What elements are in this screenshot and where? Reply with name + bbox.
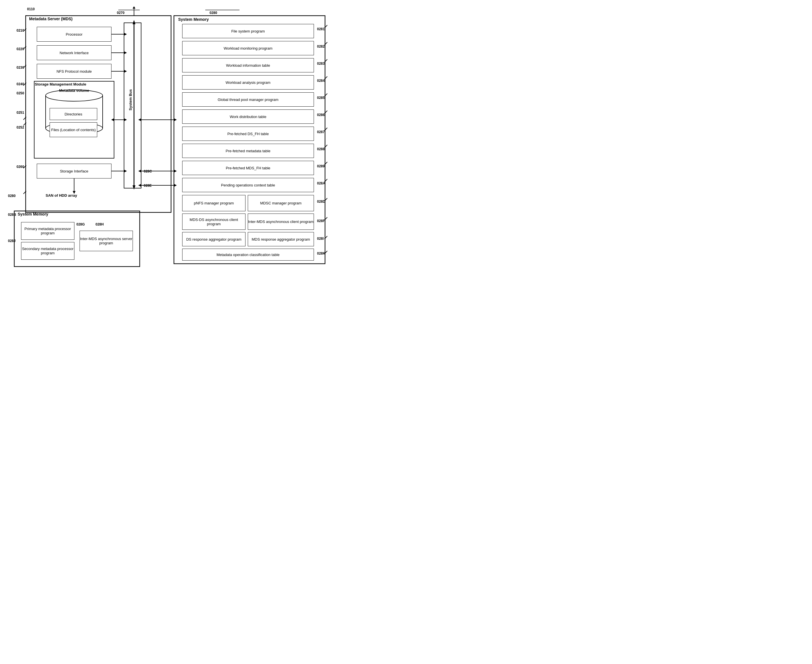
ref-0252: 0252: [16, 125, 24, 129]
svg-line-68: [324, 59, 327, 62]
ref-0287: 0287: [317, 130, 325, 134]
secondary-metadata: Secondary metadata processor program: [21, 242, 74, 259]
ref-0270: 0270: [117, 11, 125, 15]
ref-0110: 0110: [27, 7, 35, 11]
system-bus-label: System Bus: [128, 89, 133, 110]
nfs-protocol-label: NFS Protocol module: [37, 64, 111, 78]
ds-response: DS response aggregator program: [182, 232, 245, 246]
metadata-op-class: Metadata operation classification table: [182, 249, 314, 260]
ref-0260: 0260: [16, 165, 24, 169]
svg-marker-39: [174, 184, 177, 187]
storage-interface-label: Storage Interface: [37, 164, 111, 178]
svg-line-72: [324, 128, 327, 130]
global-thread-pool: Global thread pool manager program: [182, 93, 314, 106]
ref-0251: 0251: [16, 111, 24, 115]
ref-028A: 028A: [317, 181, 325, 185]
svg-marker-24: [124, 118, 127, 121]
mds-ds-async: MDS-DS asynchronous client program: [182, 214, 245, 229]
prefetched-mds-fh: Pre-fetched MDS_FH table: [182, 161, 314, 175]
svg-marker-33: [174, 118, 177, 121]
svg-marker-42: [133, 6, 135, 8]
svg-marker-15: [124, 33, 127, 36]
ref-028E: 028E: [144, 184, 152, 187]
svg-marker-36: [174, 170, 177, 173]
ref-0288: 0288: [317, 147, 325, 151]
processor-label: Processor: [37, 27, 111, 41]
ref-0286: 0286: [317, 113, 325, 117]
ref-028F: 028F: [317, 219, 325, 223]
file-system-program: File system program: [182, 24, 314, 38]
inter-mds-async-client: Inter-MDS asynchronous client program: [248, 214, 314, 229]
diagram: 0110 0270 0280 Metadata Server (MDS) 021…: [6, 6, 337, 274]
san-hdd-label: SAN of HDD array: [46, 193, 77, 198]
ref-0250: 0250: [16, 91, 24, 95]
prefetched-ds-fh: Pre-fetched DS_FH table: [182, 127, 314, 140]
ref-0283: 0283: [317, 62, 325, 65]
ref-0280b: 0280: [8, 194, 16, 198]
svg-line-85: [23, 123, 26, 125]
svg-marker-25: [111, 118, 114, 121]
svg-marker-40: [138, 184, 141, 187]
workload-info-table: Workload information table: [182, 59, 314, 72]
mds-title: Metadata Server (MDS): [29, 16, 73, 21]
work-distribution: Work distribution table: [182, 110, 314, 124]
ref-028G: 028G: [76, 222, 85, 226]
storage-mgmt-label: Storage Management Module: [35, 82, 86, 86]
mds-response: MDS response aggregator program: [248, 232, 314, 246]
svg-marker-18: [124, 51, 127, 54]
ref-0210: 0210: [16, 29, 24, 33]
workload-analysis: Workload analysis program: [182, 76, 314, 89]
svg-line-69: [324, 76, 327, 79]
svg-rect-0: [26, 16, 171, 212]
svg-line-73: [324, 145, 327, 148]
ref-0284: 0284: [317, 79, 325, 83]
svg-marker-29: [133, 20, 135, 24]
primary-metadata: Primary metadata processor program: [21, 222, 74, 239]
ref-0281: 0281: [317, 27, 325, 31]
mdsc-manager: MDSC manager program: [248, 195, 314, 211]
svg-marker-27: [124, 170, 127, 173]
ref-0289: 0289: [317, 164, 325, 168]
ref-0285: 0285: [317, 96, 325, 100]
svg-line-74: [324, 162, 327, 165]
svg-line-78: [324, 236, 327, 239]
ref-028J: 028J: [8, 239, 16, 243]
ref-028B: 028B: [8, 213, 16, 216]
directories-label: Directories: [50, 108, 97, 120]
svg-line-70: [324, 93, 327, 96]
svg-rect-5: [34, 81, 114, 158]
workload-monitoring: Workload monitoring program: [182, 41, 314, 55]
svg-line-67: [324, 42, 327, 45]
ref-0282: 0282: [317, 44, 325, 49]
system-memory-title: System Memory: [178, 17, 209, 22]
svg-marker-34: [138, 118, 141, 121]
svg-marker-21: [124, 70, 127, 73]
files-label: Files (Location of contents): [50, 123, 97, 137]
inter-mds-server: Inter-MDS asynchronous server program: [80, 231, 133, 251]
ref-028K: 028K: [317, 251, 325, 256]
svg-line-84: [23, 117, 26, 120]
ref-028H: 028H: [96, 222, 104, 226]
prefetched-metadata: Pre-fetched metadata table: [182, 144, 314, 158]
network-interface-label: Network Interface: [37, 46, 111, 60]
ref-028C: 028C: [144, 169, 152, 173]
svg-marker-31: [133, 185, 135, 190]
svg-marker-37: [138, 170, 141, 173]
pending-ops: Pending operations context table: [182, 178, 314, 192]
ref-0280-top: 0280: [210, 11, 217, 15]
system-memory2-title: System Memory: [18, 212, 48, 216]
ref-0220: 0220: [16, 47, 24, 51]
ref-028I: 028I: [317, 237, 324, 241]
svg-line-87: [23, 191, 26, 194]
ref-028D: 028D: [317, 200, 325, 203]
ref-0230: 0230: [16, 65, 24, 70]
pnfs-manager: pNFS manager program: [182, 195, 245, 211]
svg-line-66: [324, 25, 327, 28]
svg-line-71: [324, 111, 327, 114]
metadata-volume-label: Metadata volume: [46, 88, 103, 93]
svg-line-77: [324, 217, 327, 220]
ref-0240: 0240: [16, 82, 24, 86]
